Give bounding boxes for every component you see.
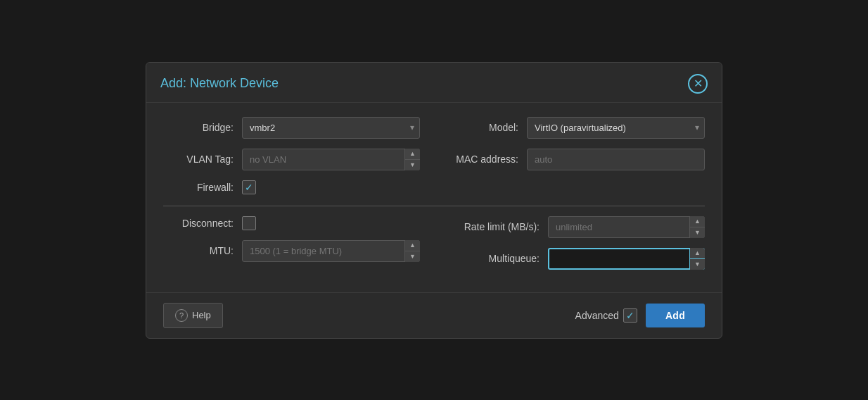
mtu-spinner-wrapper: ▲ ▼ [242, 240, 420, 262]
mtu-label: MTU: [163, 245, 234, 256]
add-button[interactable]: Add [646, 304, 705, 327]
help-label: Help [192, 310, 211, 320]
bridge-select-wrapper: vmbr2 vmbr0 vmbr1 vmbr3 ▾ [242, 117, 420, 139]
vlan-spinner-wrapper: ▲ ▼ [242, 149, 420, 170]
help-icon: ? [175, 309, 188, 322]
multiqueue-input[interactable]: 4 [548, 248, 705, 270]
bridge-row: Bridge: vmbr2 vmbr0 vmbr1 vmbr3 ▾ [163, 117, 420, 139]
advanced-checkbox[interactable]: ✓ [623, 308, 637, 323]
rate-limit-spinner-wrapper: ▲ ▼ [548, 216, 705, 238]
mac-row: MAC address: [448, 149, 705, 170]
mac-wrapper [527, 149, 705, 170]
help-button[interactable]: ? Help [163, 303, 223, 328]
mtu-row: MTU: ▲ ▼ [163, 240, 420, 262]
dialog-body: Bridge: vmbr2 vmbr0 vmbr1 vmbr3 ▾ VLAN T… [146, 103, 722, 292]
vlan-spin-buttons: ▲ ▼ [404, 149, 420, 170]
multiqueue-row: Multiqueue: 4 ▲ ▼ [448, 248, 705, 270]
vlan-decrement-button[interactable]: ▼ [405, 160, 420, 170]
section-divider [163, 206, 705, 206]
disconnect-label: Disconnect: [163, 218, 234, 229]
advanced-label: Advanced ✓ [575, 308, 637, 323]
mtu-increment-button[interactable]: ▲ [405, 240, 420, 251]
vlan-label: VLAN Tag: [163, 154, 234, 165]
rate-limit-row: Rate limit (MB/s): ▲ ▼ [448, 216, 705, 238]
rate-limit-input[interactable] [548, 216, 705, 238]
vlan-row: VLAN Tag: ▲ ▼ [163, 149, 420, 170]
bottom-form-section: Disconnect: MTU: ▲ ▼ [163, 216, 705, 270]
add-network-device-dialog: Add: Network Device ✕ Bridge: vmbr2 vmbr… [146, 62, 722, 339]
mac-label: MAC address: [448, 154, 518, 165]
firewall-checkbox[interactable]: ✓ [242, 180, 256, 194]
rate-limit-decrement-button[interactable]: ▼ [690, 227, 705, 238]
disconnect-row: Disconnect: [163, 216, 420, 230]
advanced-text: Advanced [575, 310, 619, 321]
vlan-input[interactable] [242, 149, 420, 170]
bridge-select[interactable]: vmbr2 vmbr0 vmbr1 vmbr3 [242, 117, 420, 139]
close-button[interactable]: ✕ [688, 74, 708, 94]
model-select[interactable]: VirtIO (paravirtualized) E1000 RTL8139 v… [527, 117, 705, 139]
rate-limit-increment-button[interactable]: ▲ [690, 216, 705, 227]
multiqueue-increment-button[interactable]: ▲ [690, 248, 705, 259]
top-form-section: Bridge: vmbr2 vmbr0 vmbr1 vmbr3 ▾ VLAN T… [163, 117, 705, 194]
model-row: Model: VirtIO (paravirtualized) E1000 RT… [448, 117, 705, 139]
mtu-decrement-button[interactable]: ▼ [405, 251, 420, 262]
dialog-title: Add: Network Device [160, 76, 279, 91]
mtu-spin-buttons: ▲ ▼ [404, 240, 420, 262]
bridge-label: Bridge: [163, 122, 234, 133]
rate-limit-spin-buttons: ▲ ▼ [689, 216, 705, 238]
disconnect-checkbox-wrapper [242, 216, 256, 230]
multiqueue-label: Multiqueue: [448, 253, 540, 264]
firewall-label: Firewall: [163, 182, 234, 193]
mac-input[interactable] [527, 149, 705, 170]
model-select-wrapper: VirtIO (paravirtualized) E1000 RTL8139 v… [527, 117, 705, 139]
rate-limit-label: Rate limit (MB/s): [448, 221, 540, 232]
model-label: Model: [448, 122, 518, 133]
multiqueue-spin-buttons: ▲ ▼ [689, 248, 705, 270]
dialog-footer: ? Help Advanced ✓ Add [146, 292, 722, 338]
footer-right: Advanced ✓ Add [575, 304, 705, 327]
multiqueue-spinner-wrapper: 4 ▲ ▼ [548, 248, 705, 270]
mtu-input[interactable] [242, 240, 420, 262]
vlan-increment-button[interactable]: ▲ [405, 149, 420, 160]
firewall-checkbox-wrapper: ✓ [242, 180, 256, 194]
disconnect-checkbox[interactable] [242, 216, 256, 230]
firewall-row: Firewall: ✓ [163, 180, 420, 194]
multiqueue-decrement-button[interactable]: ▼ [690, 259, 705, 270]
dialog-header: Add: Network Device ✕ [146, 63, 722, 103]
